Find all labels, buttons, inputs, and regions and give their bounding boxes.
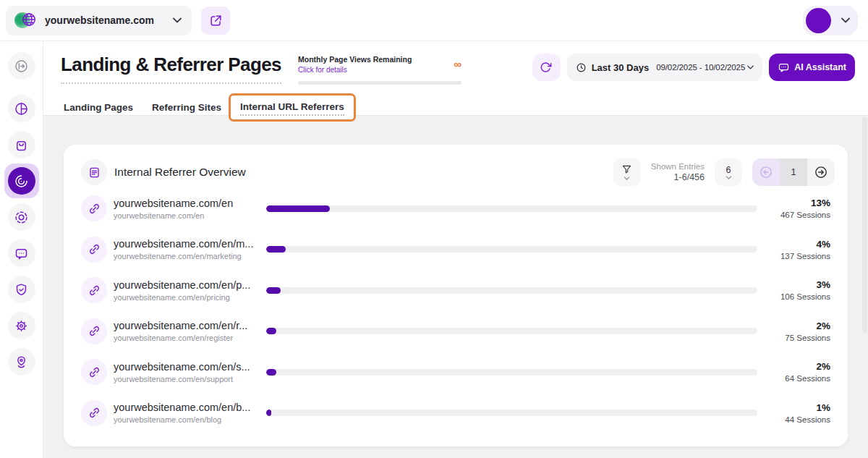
external-link-icon xyxy=(209,14,223,27)
sidebar-item-location[interactable] xyxy=(8,348,35,376)
referrer-sessions: 467 Sessions xyxy=(757,211,830,219)
referrer-sessions: 75 Sessions xyxy=(757,334,830,342)
arrow-right-circle-icon xyxy=(814,165,828,179)
referrer-title: yourwebsitename.com/en/p... xyxy=(114,279,266,291)
referrer-bar-track xyxy=(266,328,757,334)
referrer-row[interactable]: yourwebsitename.com/en/b... yourwebsiten… xyxy=(81,393,830,434)
referrer-sessions: 64 Sessions xyxy=(757,374,830,383)
referrer-bar-fill xyxy=(266,328,276,334)
referrer-sessions: 137 Sessions xyxy=(757,252,830,260)
website-logo-icon xyxy=(14,10,38,30)
arrow-left-circle-icon xyxy=(759,165,773,179)
ai-assistant-button[interactable]: AI Assistant xyxy=(769,54,855,81)
referrer-url: yourwebsitename.com/en/register xyxy=(114,334,266,342)
referrer-percent: 1% xyxy=(757,402,830,413)
referrer-row[interactable]: yourwebsitename.com/en/s... yourwebsiten… xyxy=(81,352,830,393)
sidebar-item-usage[interactable] xyxy=(8,95,35,122)
chevron-down-icon xyxy=(841,17,850,23)
referrer-title: yourwebsitename.com/en xyxy=(114,198,266,209)
sidebar-item-recordings[interactable] xyxy=(8,203,35,231)
radar-icon xyxy=(8,167,35,195)
tab-referring-sites[interactable]: Referring Sites xyxy=(152,102,221,113)
referrer-percent: 2% xyxy=(757,321,830,331)
referrer-percent: 13% xyxy=(757,198,830,208)
referrer-url: yourwebsitename.com/en/marketing xyxy=(114,252,266,260)
referrer-bar-track xyxy=(266,287,757,294)
focus-circle-icon xyxy=(14,210,29,225)
avatar xyxy=(806,8,831,33)
page-size-selector[interactable]: 6 xyxy=(715,158,742,186)
pagination: 1 xyxy=(752,158,835,186)
sidebar-item-settings[interactable] xyxy=(8,312,35,339)
referrer-sessions: 44 Sessions xyxy=(757,415,830,424)
page-header: Landing & Referrer Pages Monthly Page Vi… xyxy=(43,41,868,116)
referrer-title: yourwebsitename.com/en/b... xyxy=(114,402,266,413)
sidebar-item-communication[interactable] xyxy=(8,239,35,267)
referrer-row[interactable]: yourwebsitename.com/en/m... yourwebsiten… xyxy=(81,229,830,271)
sidebar-item-ecommerce[interactable] xyxy=(8,131,35,158)
highlight-box: Internal URL Referrers xyxy=(229,93,356,122)
chat-bubble-icon xyxy=(14,246,29,261)
link-icon xyxy=(81,318,107,344)
quota-label: Monthly Page Views Remaining xyxy=(298,55,461,64)
internal-referrer-overview-card: Internal Referrer Overview Shown Entries… xyxy=(64,145,848,446)
referrer-row[interactable]: yourwebsitename.com/en yourwebsitename.c… xyxy=(81,188,830,229)
referrer-percent: 4% xyxy=(757,239,830,250)
referrer-bar-fill xyxy=(266,205,330,212)
filter-button[interactable] xyxy=(613,158,641,186)
referrer-bar-track xyxy=(266,246,757,253)
user-menu[interactable] xyxy=(803,6,858,35)
referrer-url: yourwebsitename.com/en/blog xyxy=(114,415,266,424)
content-area: Internal Referrer Overview Shown Entries… xyxy=(43,116,868,446)
link-icon xyxy=(81,277,107,303)
date-range-picker[interactable]: Last 30 Days 09/02/2025 - 10/02/2025 xyxy=(567,54,763,81)
link-icon xyxy=(81,400,107,426)
referrer-url: yourwebsitename.com/en xyxy=(114,211,266,220)
gear-icon xyxy=(14,318,29,334)
tab-bar: Landing Pages Referring Sites Internal U… xyxy=(64,102,344,113)
quota-infinity-value: ∞ xyxy=(454,60,461,69)
chevron-down-icon xyxy=(624,177,630,180)
map-pin-icon xyxy=(14,355,29,370)
sidebar-item-collapse[interactable] xyxy=(8,52,35,80)
referrer-list: yourwebsitename.com/en yourwebsitename.c… xyxy=(81,188,830,433)
referrer-title: yourwebsitename.com/en/s... xyxy=(114,361,266,373)
main-area: Landing & Referrer Pages Monthly Page Vi… xyxy=(43,41,868,458)
sidebar-item-privacy[interactable] xyxy=(8,276,35,303)
referrer-bar-fill xyxy=(266,410,271,416)
date-preset-label: Last 30 Days xyxy=(592,62,650,73)
filter-funnel-icon xyxy=(621,164,633,176)
shown-entries-label: Shown Entries xyxy=(651,162,705,171)
chevron-down-icon xyxy=(747,65,754,69)
scrollbar[interactable] xyxy=(862,117,867,333)
website-name: yourwebsitename.com xyxy=(45,14,173,26)
prev-page-button[interactable] xyxy=(752,158,780,186)
collapse-sidebar-icon xyxy=(14,59,29,74)
quota-details-link[interactable]: Click for details xyxy=(298,66,461,74)
card-title: Internal Referrer Overview xyxy=(114,166,246,179)
refresh-button[interactable] xyxy=(532,54,561,81)
referrer-sessions: 106 Sessions xyxy=(757,292,830,301)
referrer-row[interactable]: yourwebsitename.com/en/p... yourwebsiten… xyxy=(81,270,830,311)
link-icon xyxy=(81,359,107,385)
referrer-title: yourwebsitename.com/en/r... xyxy=(114,320,266,331)
sidebar-item-behavior-active[interactable] xyxy=(4,164,39,198)
quota-widget: Monthly Page Views Remaining Click for d… xyxy=(298,55,461,85)
referrer-bar-fill xyxy=(266,369,276,376)
ai-chat-icon xyxy=(778,62,790,74)
referrer-row[interactable]: yourwebsitename.com/en/r... yourwebsiten… xyxy=(81,311,830,352)
website-selector[interactable]: yourwebsitename.com xyxy=(6,6,192,35)
next-page-button[interactable] xyxy=(807,158,835,186)
page-title: Landing & Referrer Pages xyxy=(61,54,281,84)
link-icon xyxy=(81,195,107,221)
tab-internal-url-referrers[interactable]: Internal URL Referrers xyxy=(240,101,344,116)
top-bar: yourwebsitename.com xyxy=(0,0,868,41)
refresh-icon xyxy=(540,62,552,73)
link-icon xyxy=(81,237,107,263)
tab-landing-pages[interactable]: Landing Pages xyxy=(64,102,133,113)
current-page: 1 xyxy=(780,158,807,186)
referrer-bar-track xyxy=(266,369,757,376)
chevron-down-icon xyxy=(726,176,732,179)
open-website-button[interactable] xyxy=(201,7,230,35)
quota-progress-bar xyxy=(298,81,461,85)
